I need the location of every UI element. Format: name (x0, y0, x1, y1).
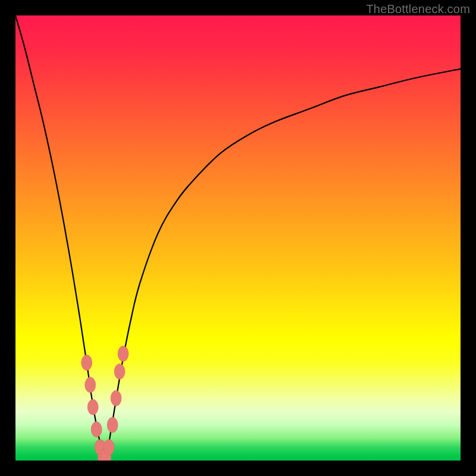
curve-marker (91, 422, 102, 437)
curve-marker (82, 355, 92, 370)
curve-marker (107, 417, 118, 433)
chart-frame: TheBottleneck.com (0, 0, 476, 476)
curve-marker (118, 346, 129, 361)
curve-marker (114, 364, 125, 379)
curve-layer (15, 15, 461, 461)
curve-marker (104, 440, 114, 455)
curve-marker (111, 390, 121, 406)
watermark-text: TheBottleneck.com (366, 2, 470, 16)
curve-markers (82, 346, 129, 461)
curve-marker (85, 377, 96, 393)
plot-area (15, 15, 461, 461)
curve-marker (87, 399, 98, 415)
bottleneck-curve (15, 15, 461, 461)
